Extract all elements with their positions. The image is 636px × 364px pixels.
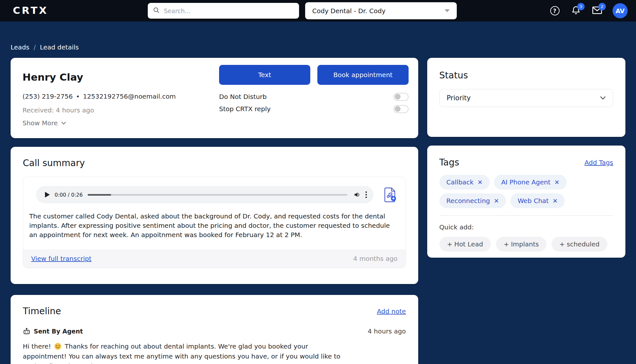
show-more-toggle[interactable]: Show More	[22, 119, 66, 127]
quick-add-label-text: scheduled	[567, 240, 599, 248]
add-tags-link[interactable]: Add Tags	[585, 159, 613, 166]
contact-separator: •	[76, 93, 80, 100]
divider	[439, 215, 613, 216]
kebab-menu-icon[interactable]	[365, 191, 367, 199]
close-icon[interactable]: ✕	[477, 179, 482, 186]
breadcrumb-separator: /	[33, 43, 36, 51]
lead-phone: (253) 219-2756	[22, 93, 73, 100]
plus-icon: +	[504, 240, 509, 248]
tag-label: Callback	[446, 178, 474, 186]
play-icon	[45, 192, 50, 198]
left-column: Henry Clay (253) 219-2756 • 12532192756@…	[11, 58, 418, 364]
quick-add-row: + Hot Lead + Implants + scheduled	[439, 237, 613, 252]
breadcrumb-lead-details: Lead details	[40, 43, 79, 51]
timeline-title: Timeline	[23, 306, 61, 316]
smiling-emoji-icon	[54, 343, 61, 350]
view-full-transcript-link[interactable]: View full transcript	[31, 255, 92, 262]
top-navigation-bar: CRTX Cody Dental - Dr. Cody ? 3	[0, 0, 636, 22]
timeline-entry-agent: Sent By Agent 4 hours ago Hi there! Than…	[23, 327, 406, 364]
audio-seek-bar[interactable]	[88, 194, 347, 196]
global-search[interactable]	[148, 3, 299, 19]
lead-actions: Text Book appointment Do Not Disturb Sto…	[219, 65, 409, 115]
entry-source-label: Sent By Agent	[34, 328, 83, 335]
tag-label: Web Chat	[517, 197, 549, 205]
close-icon[interactable]: ✕	[552, 197, 558, 204]
stop-crtx-reply-toggle[interactable]	[393, 105, 409, 113]
timeline-card: Timeline Add note Sent By Agent 4 hours …	[11, 295, 418, 364]
tag-label: Reconnecting	[446, 197, 490, 205]
show-more-label: Show More	[22, 119, 58, 127]
crtx-logo: CRTX	[13, 4, 48, 16]
status-title: Status	[439, 70, 613, 81]
notifications-button[interactable]: 3	[570, 5, 582, 17]
tag-web-chat: Web Chat ✕	[510, 193, 565, 208]
quick-add-label: Quick add:	[439, 223, 613, 231]
search-icon	[153, 7, 160, 15]
stop-crtx-reply-label: Stop CRTX reply	[219, 105, 271, 113]
call-summary-footer: View full transcript 4 months ago	[23, 249, 406, 268]
status-card: Status Priority	[427, 58, 625, 137]
audio-player[interactable]: 0:00 / 0:26	[36, 186, 374, 203]
call-summary-card: Call summary 0:00 / 0:26	[11, 147, 418, 284]
do-not-disturb-toggle[interactable]	[393, 93, 409, 101]
close-icon[interactable]: ✕	[554, 179, 560, 186]
help-icon: ?	[550, 6, 560, 15]
tag-label: AI Phone Agent	[501, 178, 550, 186]
download-audio-file-icon[interactable]	[383, 186, 398, 203]
topbar-actions: ? 3 2 AV	[549, 0, 628, 22]
play-button[interactable]	[42, 190, 52, 200]
entry-message-start: Hi there!	[23, 342, 51, 350]
entry-message: Hi there! Thanks for reaching out about …	[23, 342, 354, 364]
toggle-knob	[395, 106, 401, 112]
right-column: Status Priority Tags Add Tags Callback ✕…	[427, 58, 625, 258]
book-appointment-button[interactable]: Book appointment	[317, 65, 409, 85]
status-select[interactable]: Priority	[439, 89, 613, 107]
help-button[interactable]: ?	[549, 5, 561, 17]
chevron-down-icon	[600, 96, 606, 100]
plus-icon: +	[447, 240, 453, 248]
tag-ai-phone-agent: AI Phone Agent ✕	[494, 175, 566, 190]
user-avatar[interactable]: AV	[613, 3, 628, 18]
audio-time: 0:00 / 0:26	[55, 192, 83, 198]
call-summary-title: Call summary	[23, 158, 406, 168]
status-selected-value: Priority	[447, 94, 471, 102]
call-recording-panel: 0:00 / 0:26	[23, 177, 406, 268]
call-timestamp: 4 months ago	[353, 255, 398, 262]
main-content: Henry Clay (253) 219-2756 • 12532192756@…	[11, 58, 625, 364]
entry-timestamp: 4 hours ago	[368, 327, 406, 335]
tag-callback: Callback ✕	[439, 175, 490, 190]
add-note-link[interactable]: Add note	[377, 307, 406, 315]
text-button[interactable]: Text	[219, 65, 310, 85]
call-summary-text: The customer called Cody Dental, asked a…	[23, 203, 405, 240]
breadcrumb: Leads / Lead details	[11, 22, 625, 51]
do-not-disturb-row: Do Not Disturb	[219, 91, 409, 103]
organization-selector-value: Cody Dental - Dr. Cody	[312, 7, 385, 15]
messages-badge: 2	[598, 3, 606, 10]
toggle-knob	[395, 94, 401, 100]
audio-player-row: 0:00 / 0:26	[23, 177, 406, 203]
quick-add-label-text: Hot Lead	[454, 240, 483, 248]
quick-add-scheduled[interactable]: + scheduled	[552, 237, 607, 252]
quick-add-label-text: Implants	[511, 240, 539, 248]
chevron-down-icon	[445, 9, 450, 12]
tags-title: Tags	[439, 157, 459, 168]
stop-crtx-reply-row: Stop CRTX reply	[219, 103, 409, 115]
robot-icon	[23, 327, 31, 335]
volume-icon[interactable]	[354, 191, 361, 198]
organization-selector[interactable]: Cody Dental - Dr. Cody	[305, 2, 457, 19]
breadcrumb-leads[interactable]: Leads	[11, 43, 29, 51]
lead-email: 12532192756@noemail.com	[83, 93, 176, 100]
notifications-badge: 3	[577, 3, 585, 10]
messages-button[interactable]: 2	[591, 5, 603, 17]
close-icon[interactable]: ✕	[494, 197, 499, 204]
plus-icon: +	[559, 240, 565, 248]
search-input[interactable]	[164, 7, 294, 14]
tag-list: Callback ✕ AI Phone Agent ✕ Reconnecting…	[439, 175, 613, 208]
lead-details-card: Henry Clay (253) 219-2756 • 12532192756@…	[11, 58, 418, 138]
chevron-down-icon	[61, 121, 66, 125]
quick-add-hot-lead[interactable]: + Hot Lead	[439, 237, 491, 252]
quick-add-implants[interactable]: + Implants	[496, 237, 547, 252]
tags-card: Tags Add Tags Callback ✕ AI Phone Agent …	[427, 146, 625, 258]
entry-message-rest: Thanks for reaching out about dental imp…	[23, 342, 340, 364]
do-not-disturb-label: Do Not Disturb	[219, 93, 267, 101]
